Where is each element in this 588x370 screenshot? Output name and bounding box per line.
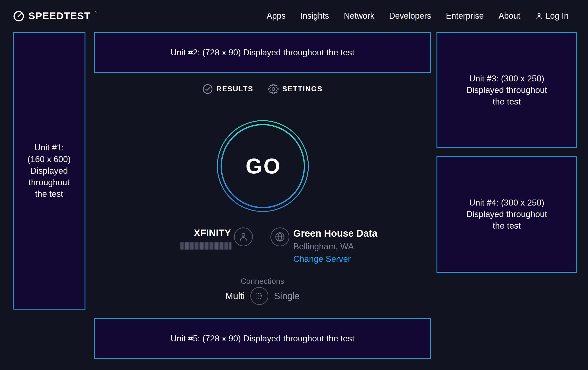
tab-settings[interactable]: SETTINGS — [268, 84, 323, 94]
ad-unit-4[interactable]: Unit #4: (300 x 250) Displayed throughou… — [437, 156, 577, 273]
isp-name: XFINITY — [138, 228, 231, 239]
tab-results[interactable]: RESULTS — [202, 84, 253, 94]
ad-line: throughout — [28, 177, 71, 188]
ad-line: Unit #1: — [28, 142, 71, 153]
gauge-icon — [13, 10, 25, 22]
server-location: Bellingham, WA — [293, 242, 354, 251]
ad-line: Displayed — [28, 165, 71, 177]
logo-trademark: ™ — [94, 11, 97, 14]
ad-unit-1[interactable]: Unit #1: (160 x 600) Displayed throughou… — [13, 32, 85, 310]
ad-line: the test — [466, 96, 547, 108]
user-icon — [535, 12, 543, 20]
multi-connections-icon — [253, 290, 265, 302]
gear-icon — [268, 84, 279, 94]
ad-unit-1-text: Unit #1: (160 x 600) Displayed throughou… — [28, 142, 71, 200]
nav-about[interactable]: About — [499, 11, 520, 21]
connections-mode-button[interactable] — [250, 287, 268, 305]
nav-login[interactable]: Log In — [535, 11, 569, 21]
connections-label: Connections — [94, 277, 431, 286]
go-button[interactable]: GO — [215, 119, 310, 213]
ad-unit-2-text: Unit #2: (728 x 90) Displayed throughout… — [171, 47, 355, 58]
ad-line: Unit #4: (300 x 250) — [466, 197, 547, 209]
user-icon — [238, 232, 249, 242]
change-server-link[interactable]: Change Server — [293, 254, 351, 264]
ad-unit-3-text: Unit #3: (300 x 250) Displayed throughou… — [466, 73, 547, 108]
isp-details-redacted — [180, 242, 231, 250]
ad-line: Unit #2: (728 x 90) Displayed throughout… — [171, 47, 355, 58]
server-globe-badge — [271, 228, 289, 246]
nav-enterprise[interactable]: Enterprise — [446, 11, 484, 21]
globe-icon — [275, 232, 285, 242]
nav-apps[interactable]: Apps — [266, 11, 285, 21]
tab-settings-label: SETTINGS — [282, 85, 323, 93]
ad-line: Unit #5: (728 x 90) Displayed throughout… — [171, 333, 355, 344]
ad-unit-5[interactable]: Unit #5: (728 x 90) Displayed throughout… — [94, 318, 431, 359]
nav-network[interactable]: Network — [344, 11, 374, 21]
ad-line: Displayed throughout — [466, 209, 547, 220]
ad-line: Unit #3: (300 x 250) — [466, 73, 547, 84]
ad-line: the test — [466, 220, 547, 232]
server-name: Green House Data — [293, 228, 377, 239]
tab-results-label: RESULTS — [216, 85, 253, 93]
login-label: Log In — [546, 11, 569, 21]
ad-unit-4-text: Unit #4: (300 x 250) Displayed throughou… — [466, 197, 547, 232]
nav-insights[interactable]: Insights — [300, 11, 329, 21]
check-circle-icon — [202, 84, 213, 94]
tabs-bar: RESULTS SETTINGS — [94, 83, 431, 96]
ad-line: the test — [28, 188, 71, 200]
ad-unit-2[interactable]: Unit #2: (728 x 90) Displayed throughout… — [94, 32, 431, 73]
logo-text: SPEEDTEST — [28, 10, 91, 22]
main-nav: Apps Insights Network Developers Enterpr… — [266, 11, 569, 21]
ad-unit-3[interactable]: Unit #3: (300 x 250) Displayed throughou… — [437, 32, 577, 148]
header: SPEEDTEST ™ Apps Insights Network Develo… — [0, 0, 588, 32]
connections-toggle: Multi Single — [94, 287, 431, 305]
speedtest-page: SPEEDTEST ™ Apps Insights Network Develo… — [0, 0, 588, 370]
nav-developers[interactable]: Developers — [389, 11, 431, 21]
ad-line: Displayed throughout — [466, 84, 547, 96]
connections-single[interactable]: Single — [274, 291, 300, 301]
ad-line: (160 x 600) — [28, 154, 71, 165]
isp-avatar — [234, 228, 253, 246]
ad-unit-5-text: Unit #5: (728 x 90) Displayed throughout… — [171, 333, 355, 344]
speedtest-logo[interactable]: SPEEDTEST ™ — [13, 10, 97, 22]
connections-multi[interactable]: Multi — [225, 291, 245, 301]
go-label: GO — [215, 119, 310, 213]
